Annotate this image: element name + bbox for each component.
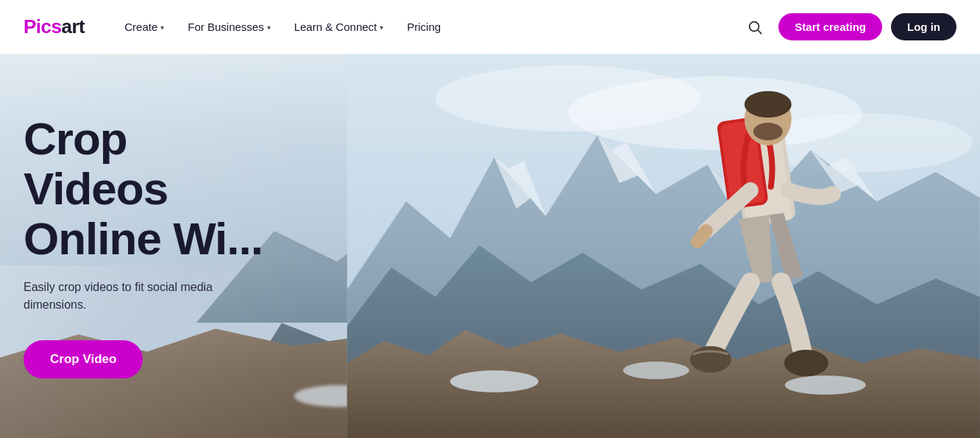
hero-content: Crop Videos Online Wi... Easily crop vid… bbox=[0, 54, 309, 438]
hero-section: Crop Videos Online Wi... Easily crop vid… bbox=[0, 54, 980, 438]
navbar: Picsart Create ▾ For Businesses ▾ Learn … bbox=[0, 0, 980, 54]
svg-point-15 bbox=[753, 123, 783, 140]
svg-point-14 bbox=[745, 91, 792, 118]
log-in-button[interactable]: Log in bbox=[891, 13, 956, 40]
nav-item-pricing[interactable]: Pricing bbox=[397, 15, 451, 39]
create-label: Create bbox=[124, 21, 157, 33]
nav-actions: Start creating Log in bbox=[740, 12, 956, 42]
hero-title-line1: Crop bbox=[24, 113, 127, 164]
svg-point-8 bbox=[785, 376, 866, 395]
svg-point-0 bbox=[750, 21, 759, 31]
pricing-label: Pricing bbox=[407, 21, 441, 33]
svg-point-17 bbox=[784, 350, 828, 376]
for-businesses-chevron-icon: ▾ bbox=[267, 24, 271, 32]
search-button[interactable] bbox=[740, 12, 770, 42]
hero-title: Crop Videos Online Wi... bbox=[24, 114, 309, 265]
create-chevron-icon: ▾ bbox=[160, 24, 164, 32]
for-businesses-label: For Businesses bbox=[188, 21, 263, 33]
svg-point-5 bbox=[436, 65, 700, 132]
start-creating-button[interactable]: Start creating bbox=[778, 13, 882, 40]
learn-connect-label: Learn & Connect bbox=[294, 21, 377, 33]
nav-item-for-businesses[interactable]: For Businesses ▾ bbox=[177, 15, 280, 39]
nav-item-learn-connect[interactable]: Learn & Connect ▾ bbox=[284, 15, 394, 39]
nav-links: Create ▾ For Businesses ▾ Learn & Connec… bbox=[114, 15, 740, 39]
svg-point-6 bbox=[450, 370, 539, 392]
svg-line-1 bbox=[758, 30, 761, 34]
hero-title-line3: Online Wi... bbox=[24, 213, 263, 264]
hero-title-line2: Videos bbox=[24, 163, 168, 214]
person-illustration bbox=[343, 54, 980, 438]
search-icon bbox=[747, 19, 763, 35]
svg-point-16 bbox=[690, 346, 731, 373]
logo[interactable]: Picsart bbox=[24, 15, 85, 38]
crop-video-button[interactable]: Crop Video bbox=[24, 340, 143, 378]
svg-point-7 bbox=[623, 362, 689, 379]
learn-connect-chevron-icon: ▾ bbox=[380, 24, 383, 32]
nav-item-create[interactable]: Create ▾ bbox=[114, 15, 174, 39]
logo-text: Picsart bbox=[24, 15, 85, 38]
hero-subtitle: Easily crop videos to fit social media d… bbox=[24, 279, 274, 314]
